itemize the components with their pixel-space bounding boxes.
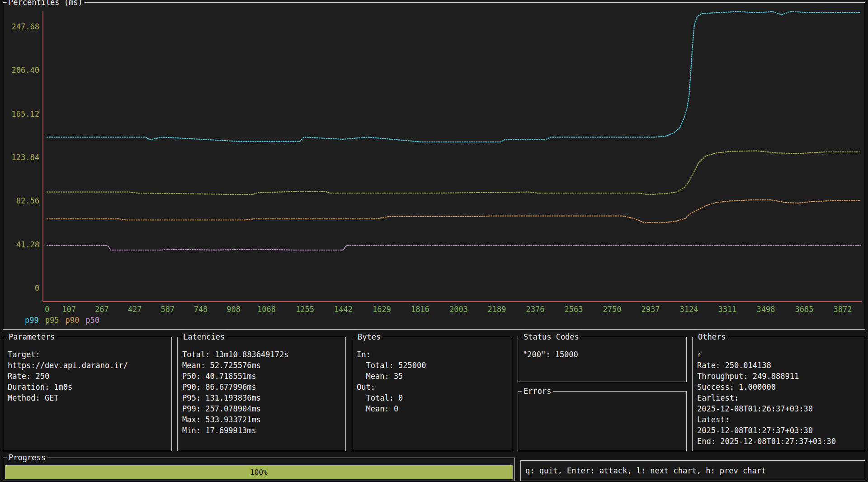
svg-text:41.28: 41.28 [16, 240, 39, 249]
status-codes-panel: Status Codes "200": 15000 [518, 337, 687, 382]
svg-text:3124: 3124 [680, 305, 698, 314]
svg-text:1816: 1816 [411, 305, 429, 314]
panel-line: Success: 1.000000 [697, 382, 860, 392]
panel-line: Rate: 250.014138 [697, 360, 860, 371]
progress-gauge: 100% [5, 465, 513, 479]
percentiles-chart-panel: Percentiles (ms) 041.2882.56123.84165.12… [3, 2, 865, 330]
panel-line: Method: GET [8, 392, 167, 403]
panel-line: P90: 86.677996ms [182, 382, 341, 392]
panel-line: Mean: 35 [357, 371, 507, 382]
panel-line: Total: 525000 [357, 360, 507, 371]
parameters-panel-title: Parameters [7, 332, 57, 342]
panel-line: Mean: 0 [357, 403, 507, 414]
panel-line: Throughput: 249.888911 [697, 371, 860, 382]
help-text: q: quit, Enter: attack, l: next chart, h… [525, 466, 766, 475]
legend-p50: p50 [85, 315, 99, 325]
svg-text:587: 587 [160, 305, 175, 314]
panel-line: Latest: [697, 414, 860, 425]
status-codes-panel-title: Status Codes [522, 332, 581, 342]
parameters-panel: Parameters Target:https://dev.api.darano… [3, 337, 172, 451]
svg-text:2189: 2189 [488, 305, 506, 314]
errors-panel-title: Errors [522, 387, 553, 396]
panel-line: https://dev.api.darano.ir/ [8, 360, 167, 371]
progress-panel: Progress 100% [3, 458, 515, 481]
svg-text:2003: 2003 [449, 305, 468, 314]
panel-line: Target: [8, 349, 167, 360]
svg-text:3498: 3498 [757, 305, 775, 314]
errors-panel: Errors [518, 391, 687, 451]
svg-text:3311: 3311 [718, 305, 737, 314]
svg-text:908: 908 [226, 305, 241, 314]
svg-text:3685: 3685 [795, 305, 814, 314]
help-panel: q: quit, Enter: attack, l: next chart, h… [520, 460, 865, 481]
panel-line: P95: 131.193836ms [182, 392, 341, 403]
svg-text:427: 427 [128, 305, 142, 314]
svg-text:2563: 2563 [565, 305, 583, 314]
panel-line: "200": 15000 [523, 349, 682, 360]
legend-p95: p95 [45, 315, 59, 325]
svg-text:165.12: 165.12 [12, 109, 39, 118]
svg-text:2376: 2376 [526, 305, 545, 314]
svg-text:206.40: 206.40 [12, 66, 39, 75]
others-content: ⇧Rate: 250.014138Throughput: 249.888911S… [693, 337, 865, 447]
others-panel: Others ⇧Rate: 250.014138Throughput: 249.… [692, 337, 865, 451]
svg-text:1068: 1068 [257, 305, 276, 314]
panel-line: Total: 0 [357, 392, 507, 403]
latencies-panel: Latencies Total: 13m10.883649172sMean: 5… [177, 337, 346, 451]
panel-line: Mean: 52.725576ms [182, 360, 341, 371]
svg-text:123.84: 123.84 [12, 153, 39, 162]
others-panel-title: Others [696, 332, 727, 342]
progress-panel-title: Progress [7, 453, 47, 463]
bytes-panel: Bytes In: Total: 525000 Mean: 35Out: Tot… [352, 337, 512, 451]
percentiles-chart: 041.2882.56123.84165.12206.40247.6801072… [3, 3, 865, 316]
panel-line: P99: 257.078904ms [182, 403, 341, 414]
svg-text:0: 0 [45, 305, 49, 314]
svg-text:1255: 1255 [296, 305, 314, 314]
panel-line: In: [357, 349, 507, 360]
panel-line: Out: [357, 382, 507, 392]
panel-line: Total: 13m10.883649172s [182, 349, 341, 360]
panel-line: End: 2025-12-08T01:27:37+03:30 [697, 436, 860, 447]
panel-line: Earliest: [697, 392, 860, 403]
legend-p99: p99 [25, 315, 39, 325]
svg-text:1629: 1629 [373, 305, 391, 314]
svg-text:2937: 2937 [642, 305, 660, 314]
svg-text:2750: 2750 [603, 305, 622, 314]
panel-line: 2025-12-08T01:27:37+03:30 [697, 425, 860, 436]
chart-legend: p99p95p90p50 [25, 315, 99, 325]
panel-line: Max: 533.933721ms [182, 414, 341, 425]
svg-text:748: 748 [194, 305, 208, 314]
latencies-content: Total: 13m10.883649172sMean: 52.725576ms… [178, 337, 345, 436]
panel-line: Rate: 250 [8, 371, 167, 382]
progress-percent-label: 100% [5, 465, 513, 479]
svg-text:107: 107 [62, 305, 76, 314]
panel-line: Duration: 1m0s [8, 382, 167, 392]
bytes-content: In: Total: 525000 Mean: 35Out: Total: 0 … [352, 337, 512, 414]
svg-text:82.56: 82.56 [16, 196, 39, 205]
svg-text:267: 267 [95, 305, 109, 314]
panel-line: ⇧ [697, 349, 860, 360]
latencies-panel-title: Latencies [181, 332, 226, 342]
panel-line: Min: 17.699913ms [182, 425, 341, 436]
svg-text:3872: 3872 [834, 305, 852, 314]
panel-line: P50: 40.718551ms [182, 371, 341, 382]
panel-line: 2025-12-08T01:26:37+03:30 [697, 403, 860, 414]
svg-text:1442: 1442 [334, 305, 353, 314]
bytes-panel-title: Bytes [356, 332, 382, 342]
parameters-content: Target:https://dev.api.darano.ir/Rate: 2… [3, 337, 171, 403]
svg-text:0: 0 [35, 284, 39, 293]
legend-p90: p90 [65, 315, 79, 325]
svg-text:247.68: 247.68 [12, 22, 39, 31]
